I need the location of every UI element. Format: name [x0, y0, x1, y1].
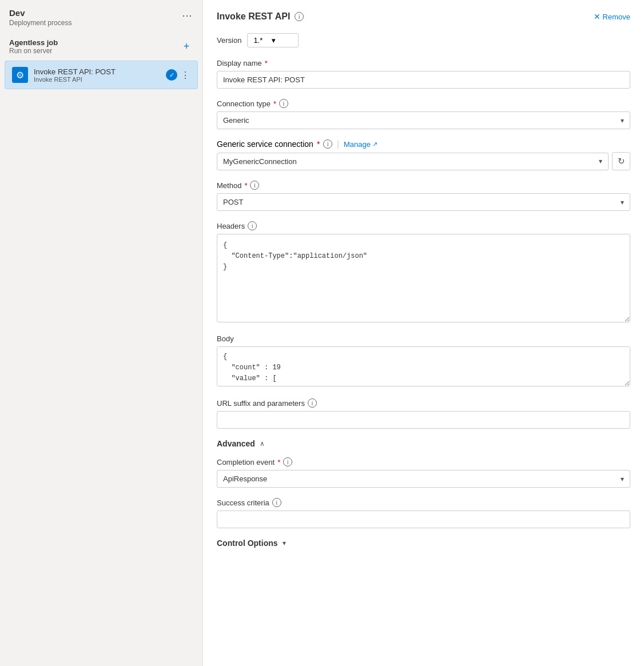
add-task-button[interactable]: +: [180, 40, 193, 54]
remove-x-icon: ✕: [594, 12, 601, 21]
title-info-icon[interactable]: i: [295, 12, 304, 21]
headers-textarea[interactable]: { "Content-Type":"application/json" }: [217, 234, 630, 322]
version-row: Version 1.* ▾: [217, 33, 630, 47]
headers-field: Headers i { "Content-Type":"application/…: [217, 221, 630, 324]
connection-type-select[interactable]: Generic ▾: [217, 111, 630, 129]
title-row: Invoke REST API i: [217, 11, 304, 22]
display-name-required: *: [265, 59, 268, 67]
url-suffix-input[interactable]: [217, 411, 630, 429]
right-header: Invoke REST API i ✕ Remove: [217, 11, 630, 22]
task-more-icon[interactable]: ⋮: [181, 70, 190, 81]
version-value: 1.*: [253, 36, 263, 45]
generic-connection-value: MyGenericConnection: [223, 157, 297, 166]
version-select[interactable]: 1.* ▾: [247, 33, 299, 47]
generic-service-connection-label: Generic service connection: [217, 139, 313, 149]
manage-external-icon: ↗: [372, 141, 377, 148]
method-info-icon[interactable]: i: [250, 181, 259, 190]
completion-event-info-icon[interactable]: i: [283, 457, 292, 466]
page-title: Invoke REST API: [217, 11, 290, 22]
url-suffix-label: URL suffix and parameters i: [217, 398, 630, 408]
body-field: Body { "count" : 19 "value" : [: [217, 334, 630, 388]
task-gear-icon: ⚙: [12, 67, 28, 83]
url-suffix-info-icon[interactable]: i: [308, 398, 317, 408]
remove-button[interactable]: ✕ Remove: [594, 12, 630, 21]
generic-connection-required: *: [317, 139, 320, 149]
advanced-chevron-icon[interactable]: ∧: [260, 440, 265, 448]
url-suffix-field: URL suffix and parameters i: [217, 398, 630, 429]
deployment-subtitle: Deployment process: [9, 19, 71, 27]
refresh-icon: ↻: [618, 156, 625, 166]
method-chevron-icon: ▾: [621, 198, 624, 206]
agentless-job-subtitle: Run on server: [9, 47, 58, 55]
completion-event-select[interactable]: ApiResponse ▾: [217, 470, 630, 488]
method-required: *: [244, 181, 247, 190]
agentless-job-title: Agentless job: [9, 38, 58, 47]
body-label: Body: [217, 334, 630, 343]
pipe-divider: |: [337, 139, 339, 149]
success-criteria-field: Success criteria i: [217, 498, 630, 528]
control-options-title: Control Options: [217, 539, 278, 548]
task-sub: Invoke REST API: [34, 76, 160, 83]
display-name-label: Display name *: [217, 59, 630, 67]
completion-event-chevron-icon: ▾: [621, 475, 624, 483]
body-textarea[interactable]: { "count" : 19 "value" : [: [217, 346, 630, 386]
right-panel: Invoke REST API i ✕ Remove Version 1.* ▾…: [203, 0, 644, 666]
task-check-icon: ✓: [166, 69, 177, 81]
success-criteria-label: Success criteria i: [217, 498, 630, 507]
connection-label-row: Generic service connection * i | Manage …: [217, 139, 630, 149]
connection-type-field: Connection type * i Generic ▾: [217, 99, 630, 129]
success-criteria-input[interactable]: [217, 511, 630, 528]
headers-info-icon[interactable]: i: [248, 221, 257, 230]
completion-event-field: Completion event * i ApiResponse ▾: [217, 457, 630, 488]
task-actions: ✓ ⋮: [166, 69, 190, 81]
connection-input-row: MyGenericConnection ▾ ↻: [217, 152, 630, 170]
left-header: Dev Deployment process ⋯: [0, 0, 202, 33]
control-options-chevron-icon: ▾: [283, 539, 286, 547]
generic-connection-info-icon[interactable]: i: [323, 139, 332, 149]
control-options-section[interactable]: Control Options ▾: [217, 539, 630, 548]
connection-type-value: Generic: [223, 116, 249, 125]
task-name: Invoke REST API: POST: [34, 67, 160, 76]
generic-service-connection-field: Generic service connection * i | Manage …: [217, 139, 630, 170]
completion-event-label: Completion event * i: [217, 457, 630, 466]
connection-type-chevron-icon: ▾: [621, 117, 624, 125]
version-label: Version: [217, 36, 241, 45]
connection-type-info-icon[interactable]: i: [279, 99, 288, 108]
deployment-title: Dev: [9, 8, 71, 18]
method-label: Method * i: [217, 181, 630, 190]
generic-connection-select[interactable]: MyGenericConnection ▾: [217, 153, 609, 170]
header-more-icon[interactable]: ⋯: [182, 9, 193, 22]
left-panel: Dev Deployment process ⋯ Agentless job R…: [0, 0, 203, 666]
success-criteria-info-icon[interactable]: i: [272, 498, 281, 507]
completion-event-value: ApiResponse: [223, 474, 267, 483]
headers-label: Headers i: [217, 221, 630, 230]
advanced-section-header: Advanced ∧: [217, 439, 630, 448]
method-value: POST: [223, 198, 243, 206]
task-info: Invoke REST API: POST Invoke REST API: [34, 67, 160, 83]
generic-connection-chevron-icon: ▾: [599, 157, 602, 165]
display-name-field: Display name *: [217, 59, 630, 89]
agentless-job-section: Agentless job Run on server +: [0, 33, 202, 58]
version-chevron-icon: ▾: [272, 36, 276, 45]
advanced-title: Advanced: [217, 439, 255, 448]
method-field: Method * i POST ▾: [217, 181, 630, 211]
connection-type-required: *: [273, 99, 276, 108]
method-select[interactable]: POST ▾: [217, 193, 630, 211]
agentless-job-info: Agentless job Run on server: [9, 38, 58, 55]
manage-link[interactable]: Manage ↗: [344, 140, 377, 149]
completion-event-required: *: [277, 458, 280, 466]
connection-type-label: Connection type * i: [217, 99, 630, 108]
left-header-text: Dev Deployment process: [9, 8, 71, 27]
refresh-connection-button[interactable]: ↻: [612, 152, 630, 170]
display-name-input[interactable]: [217, 71, 630, 89]
task-item[interactable]: ⚙ Invoke REST API: POST Invoke REST API …: [5, 61, 198, 89]
remove-label: Remove: [603, 13, 630, 21]
